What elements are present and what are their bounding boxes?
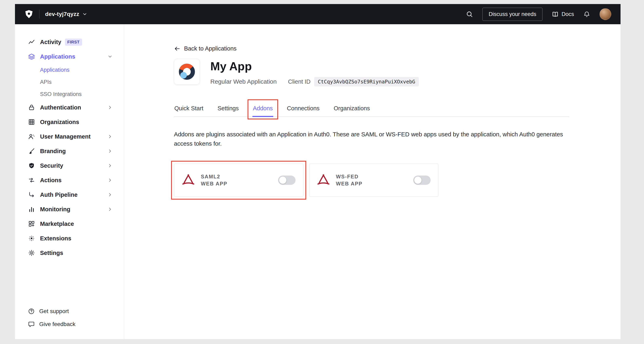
addon-name-line2: WEB APP [336, 180, 362, 187]
chevron-down-icon [82, 11, 88, 17]
help-circle-icon [28, 308, 35, 315]
sidebar-item-security[interactable]: Security [15, 158, 124, 173]
sidebar-item-label: Actions [40, 177, 62, 184]
tab-label: Organizations [334, 105, 370, 112]
chevron-down-icon [108, 54, 113, 59]
first-badge: FIRST [65, 39, 82, 46]
activity-icon [28, 38, 35, 46]
addons-description: Addons are plugins associated with an Ap… [174, 130, 572, 148]
tab-connections[interactable]: Connections [286, 101, 320, 117]
shield-icon [28, 162, 35, 169]
sidebar-item-label: Organizations [40, 119, 79, 125]
docs-link[interactable]: Docs [552, 11, 574, 17]
sidebar-item-label: Extensions [40, 235, 72, 242]
page-title-app-name: My App [210, 60, 419, 73]
sidebar-item-organizations[interactable]: Organizations [15, 115, 124, 129]
auth0-dashboard-window: dev-tyj7qyzz Discuss your needs Docs [15, 4, 620, 339]
client-id-value[interactable]: CtCqy3AvbQZSo7sE9RiynaPuiXOxvebG [314, 77, 419, 86]
wsfed-logo-icon [317, 174, 330, 187]
arrow-left-icon [174, 45, 180, 52]
app-type-label: Regular Web Application [210, 78, 277, 85]
gear-icon [28, 249, 35, 257]
give-feedback-link[interactable]: Give feedback [15, 318, 124, 331]
sidebar-item-activity[interactable]: Activity FIRST [15, 35, 124, 49]
paintbrush-icon [28, 148, 35, 155]
sidebar-item-settings[interactable]: Settings [15, 246, 124, 260]
lock-icon [28, 104, 35, 111]
sidebar-item-actions[interactable]: Actions [15, 173, 124, 187]
wsfed-addon-card[interactable]: WS-FED WEB APP [309, 164, 438, 197]
app-logo [174, 59, 200, 85]
extensions-burst-icon [28, 235, 35, 242]
addon-name-line1: SAML2 [201, 173, 227, 180]
user-avatar[interactable] [600, 8, 611, 20]
sidebar-subitem-applications[interactable]: Applications [15, 64, 124, 76]
chevron-right-icon [108, 163, 113, 168]
sidebar-item-extensions[interactable]: Extensions [15, 231, 124, 246]
sidebar-item-auth-pipeline[interactable]: Auth Pipeline [15, 187, 124, 202]
app-header: My App Regular Web Application Client ID… [174, 59, 620, 86]
main-content: Back to Applications My App Regular Web … [124, 24, 620, 339]
back-to-applications-link[interactable]: Back to Applications [174, 45, 237, 52]
saml2-logo-icon [182, 174, 195, 187]
chevron-right-icon [108, 149, 113, 154]
toggle-knob [414, 176, 422, 184]
sidebar-item-authentication[interactable]: Authentication [15, 100, 124, 115]
discuss-your-needs-button[interactable]: Discuss your needs [482, 8, 543, 21]
wsfed-toggle[interactable] [413, 175, 430, 185]
sidebar-item-user-management[interactable]: User Management [15, 129, 124, 144]
tab-addons[interactable]: Addons [252, 101, 273, 117]
sidebar-item-label: User Management [40, 133, 90, 140]
docs-label: Docs [562, 11, 574, 17]
sidebar-item-monitoring[interactable]: Monitoring [15, 202, 124, 216]
pipeline-arrow-icon [28, 191, 35, 198]
sidebar-item-label: Settings [40, 250, 63, 256]
layers-icon [28, 53, 35, 60]
toggle-knob [279, 176, 286, 184]
get-support-link[interactable]: Get support [15, 305, 124, 318]
sidebar-footer: Get support Give feedback [15, 305, 124, 331]
sidebar-item-branding[interactable]: Branding [15, 144, 124, 158]
saml2-toggle[interactable] [278, 175, 296, 185]
sidebar-item-label: Security [40, 163, 63, 169]
tenant-name: dev-tyj7qyzz [45, 11, 79, 17]
bar-chart-icon [28, 206, 35, 213]
wsfed-title: WS-FED WEB APP [336, 173, 362, 187]
sidebar-item-applications[interactable]: Applications [15, 49, 124, 64]
tab-settings[interactable]: Settings [217, 101, 239, 117]
sidebar: Activity FIRST Applications Applications… [15, 24, 124, 339]
sidebar-item-label: Branding [40, 148, 66, 155]
sidebar-item-label: Activity [40, 39, 61, 45]
sidebar-subitem-apis[interactable]: APIs [15, 76, 124, 88]
app-tabs: Quick Start Settings Addons Connections … [174, 101, 569, 117]
tab-label: Settings [218, 105, 239, 112]
chevron-right-icon [108, 192, 113, 197]
tab-organizations[interactable]: Organizations [333, 101, 370, 117]
client-id-label: Client ID [288, 78, 310, 85]
tab-label: Addons [253, 105, 273, 112]
sidebar-item-label: Auth Pipeline [40, 191, 78, 198]
addon-name-line2: WEB APP [201, 180, 227, 187]
search-icon[interactable] [466, 10, 473, 18]
sidebar-subitem-sso-integrations[interactable]: SSO Integrations [15, 88, 124, 100]
book-icon [552, 11, 559, 17]
user-icon [28, 133, 35, 140]
speech-bubble-icon [28, 321, 35, 328]
sidebar-subitem-label: SSO Integrations [40, 91, 82, 97]
saml2-addon-card[interactable]: SAML2 WEB APP [174, 164, 304, 197]
sidebar-item-label: Marketplace [40, 221, 74, 227]
tenant-switcher[interactable]: dev-tyj7qyzz [45, 11, 88, 17]
sidebar-item-marketplace[interactable]: Marketplace [15, 216, 124, 231]
sidebar-item-label: Monitoring [40, 206, 70, 213]
saml2-card-wrap: SAML2 WEB APP [174, 164, 304, 197]
get-support-label: Get support [39, 308, 69, 315]
auth0-logo-icon[interactable] [24, 9, 34, 19]
topbar-actions: Discuss your needs Docs [466, 8, 611, 21]
chevron-right-icon [108, 177, 113, 183]
building-icon [28, 118, 35, 126]
tab-label: Connections [287, 105, 320, 112]
notifications-bell-icon[interactable] [583, 11, 590, 17]
tab-quick-start[interactable]: Quick Start [174, 101, 204, 117]
chevron-right-icon [108, 105, 113, 110]
flow-arrows-icon [28, 176, 35, 184]
